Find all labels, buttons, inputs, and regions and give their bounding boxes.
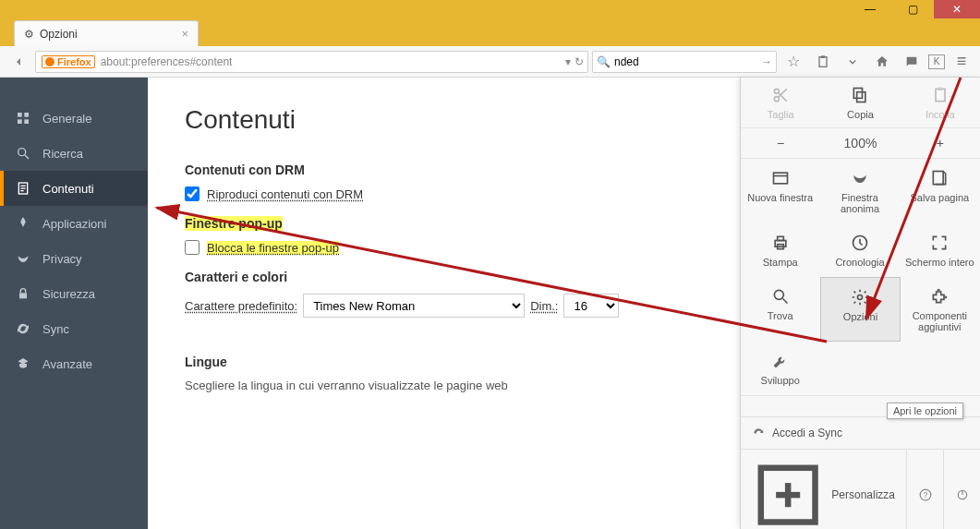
menu-button[interactable]: ≡ — [949, 50, 974, 74]
search-input[interactable] — [614, 55, 761, 68]
menu-label: Stampa — [763, 257, 798, 268]
url-actions: ▾ ↻ — [565, 55, 584, 68]
fullscreen-icon — [930, 233, 949, 253]
menu-history[interactable]: Cronologia — [820, 223, 900, 277]
search-icon — [15, 145, 31, 162]
help-button[interactable]: ? — [906, 450, 943, 529]
k-box-icon[interactable]: K — [928, 54, 945, 69]
menu-find[interactable]: Trova — [741, 277, 820, 342]
sidebar-item-label: Privacy — [42, 252, 82, 266]
menu-label: Copia — [847, 109, 874, 120]
sidebar-item-contenuti[interactable]: Contenuti — [0, 171, 148, 206]
mask-icon — [15, 250, 31, 267]
menu-developer[interactable]: Sviluppo — [741, 342, 820, 395]
menu-label: Sviluppo — [761, 375, 800, 386]
url-bar[interactable]: Firefox about:preferences#content ▾ ↻ — [35, 51, 588, 73]
tab-opzioni[interactable]: ⚙ Opzioni × — [14, 20, 199, 46]
search-bar[interactable]: 🔍 → — [592, 51, 777, 73]
checkbox-popup[interactable] — [185, 240, 200, 255]
dashboard-icon — [15, 110, 31, 126]
puzzle-icon — [930, 286, 949, 307]
svg-rect-12 — [19, 293, 27, 298]
svg-rect-19 — [936, 89, 945, 101]
sidebar-item-privacy[interactable]: Privacy — [0, 241, 148, 276]
chat-icon[interactable] — [899, 50, 925, 74]
menu-cut: Taglia — [741, 78, 820, 127]
menu-customize[interactable]: Personalizza — [741, 450, 906, 529]
svg-rect-17 — [857, 92, 865, 102]
zoom-in-button[interactable]: + — [901, 128, 980, 158]
sync-icon — [15, 320, 31, 337]
paste-icon — [931, 85, 950, 105]
select-font-size[interactable]: 16 — [563, 294, 619, 318]
menu-paste: Incolla — [901, 78, 980, 127]
menu-label: Opzioni — [843, 311, 877, 322]
svg-rect-18 — [854, 89, 863, 99]
svg-rect-21 — [773, 173, 787, 184]
tooltip-options: Apri le opzioni — [887, 403, 963, 419]
plus-icon — [752, 459, 824, 529]
svg-point-30 — [858, 295, 863, 300]
hat-icon — [15, 355, 31, 372]
close-button[interactable]: ✕ — [934, 0, 980, 18]
sidebar-item-sicurezza[interactable]: Sicurezza — [0, 276, 148, 311]
menu-sync-signin[interactable]: Accedi a Sync — [741, 416, 980, 449]
sidebar-item-sync[interactable]: Sync — [0, 311, 148, 346]
document-icon — [15, 180, 31, 197]
menu-label: Schermo intero — [905, 257, 974, 268]
menu-label: Accedi a Sync — [772, 427, 842, 439]
menu-options[interactable]: Opzioni — [820, 277, 900, 342]
svg-text:?: ? — [923, 491, 927, 499]
svg-rect-2 — [18, 113, 22, 117]
go-icon[interactable]: → — [761, 55, 772, 68]
select-default-font[interactable]: Times New Roman — [303, 294, 525, 318]
sidebar-item-label: Avanzate — [42, 357, 92, 371]
clock-icon — [851, 233, 869, 253]
power-button[interactable] — [943, 450, 980, 529]
download-icon[interactable] — [840, 50, 865, 74]
reload-icon[interactable]: ↻ — [575, 55, 584, 68]
hamburger-menu-panel: Taglia Copia Incolla − 100% + Nuova fine… — [740, 78, 980, 529]
menu-addons[interactable]: Componenti aggiuntivi — [901, 277, 980, 342]
sync-icon — [752, 427, 765, 439]
label-dim: Dim.: — [530, 299, 558, 313]
sidebar-item-generale[interactable]: Generale — [0, 101, 148, 136]
bookmark-star-icon[interactable]: ☆ — [780, 50, 806, 74]
scissors-icon — [771, 85, 790, 105]
printer-icon — [771, 233, 790, 253]
maximize-button[interactable]: ▢ — [891, 0, 934, 18]
back-button[interactable] — [6, 50, 31, 74]
dropdown-icon[interactable]: ▾ — [565, 55, 571, 68]
zoom-level: 100% — [820, 128, 900, 158]
menu-copy[interactable]: Copia — [820, 78, 900, 127]
svg-rect-20 — [938, 88, 942, 90]
gear-icon: ⚙ — [24, 28, 34, 41]
label-default-font: Carattere predefinito: — [185, 299, 297, 313]
rocket-icon — [15, 215, 31, 232]
menu-fullscreen[interactable]: Schermo intero — [901, 223, 980, 277]
url-text: about:preferences#content — [101, 55, 565, 68]
wrench-icon — [771, 351, 790, 371]
checkbox-drm[interactable] — [185, 186, 200, 201]
menu-new-window[interactable]: Nuova finestra — [741, 159, 820, 223]
navigation-bar: Firefox about:preferences#content ▾ ↻ 🔍 … — [0, 46, 980, 78]
home-icon[interactable] — [869, 50, 895, 74]
svg-rect-4 — [18, 119, 22, 124]
sidebar-item-avanzate[interactable]: Avanzate — [0, 346, 148, 381]
sidebar-item-label: Applicazioni — [42, 217, 106, 231]
tab-close-icon[interactable]: × — [181, 27, 188, 41]
sidebar-item-applicazioni[interactable]: Applicazioni — [0, 206, 148, 241]
menu-private-window[interactable]: Finestra anonima — [820, 159, 900, 223]
menu-print[interactable]: Stampa — [741, 223, 820, 277]
menu-label: Cronologia — [835, 257, 884, 268]
zoom-out-button[interactable]: − — [741, 128, 820, 158]
minimize-button[interactable]: — — [849, 0, 891, 18]
clipboard-icon[interactable] — [810, 50, 836, 74]
menu-save-page[interactable]: Salva pagina — [901, 159, 980, 223]
sidebar-item-ricerca[interactable]: Ricerca — [0, 136, 148, 171]
sidebar-item-label: Sync — [42, 322, 69, 336]
svg-point-32 — [944, 295, 947, 298]
menu-label: Salva pagina — [911, 192, 970, 203]
identity-badge: Firefox — [42, 55, 95, 68]
search-icon: 🔍 — [597, 55, 611, 68]
